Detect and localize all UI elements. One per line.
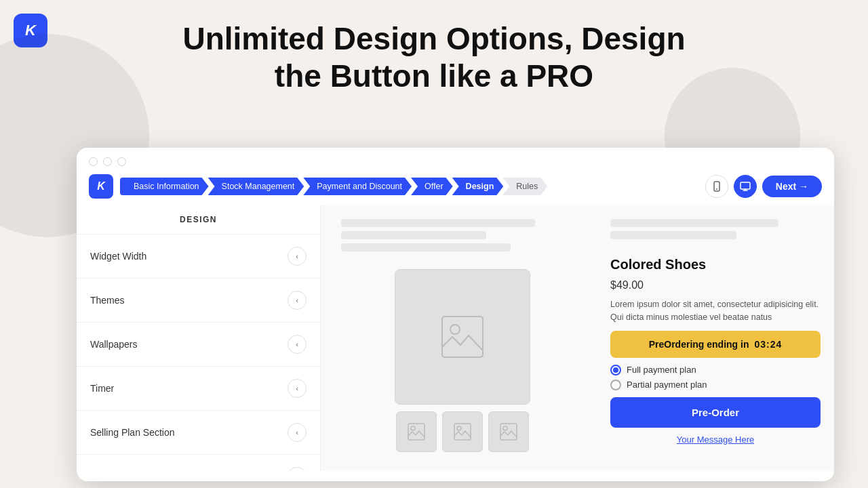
timer-label: PreOrdering ending in xyxy=(649,339,749,350)
left-panel: DESIGN Widget Width ‹ Themes ‹ Wallpaper… xyxy=(77,205,321,471)
content-area: DESIGN Widget Width ‹ Themes ‹ Wallpaper… xyxy=(77,205,834,471)
product-description: Lorem ipsum dolor sit amet, consectetur … xyxy=(610,298,821,324)
panel-item-wallpapers[interactable]: Wallpapers ‹ xyxy=(77,323,320,367)
nav-right-controls: Next → xyxy=(705,175,822,198)
next-button[interactable]: Next → xyxy=(762,176,822,197)
panel-item-timer[interactable]: Timer ‹ xyxy=(77,367,320,411)
skeleton-line-3 xyxy=(341,243,511,251)
product-price: $49.00 xyxy=(610,279,821,291)
wallpapers-chevron[interactable]: ‹ xyxy=(288,335,307,354)
thumbnail-3 xyxy=(488,411,529,452)
thumbnail-1 xyxy=(396,411,437,452)
svg-rect-9 xyxy=(500,424,517,440)
partial-payment-radio[interactable] xyxy=(610,380,621,390)
themes-chevron[interactable]: ‹ xyxy=(288,291,307,310)
panel-item-selling-plan[interactable]: Selling Plan Section ‹ xyxy=(77,411,320,455)
skeleton-line-1 xyxy=(341,219,535,227)
your-message-link[interactable]: Your Message Here xyxy=(610,434,821,445)
dot-minimize xyxy=(103,157,112,166)
nav-logo: K xyxy=(89,174,113,199)
preorder-timer-bar: PreOrdering ending in 03:24 xyxy=(610,331,821,358)
partial-payment-option[interactable]: Partial payment plan xyxy=(610,380,821,390)
thumb-placeholder-3 xyxy=(499,422,518,441)
window-dots xyxy=(89,157,822,166)
headline-line1: Unlimited Design Options, Design xyxy=(182,21,685,56)
skeleton-detail-2 xyxy=(610,231,736,239)
step-rules[interactable]: Rules xyxy=(502,178,547,195)
ui-window: K Basic Information Stock Management Pay… xyxy=(77,148,834,481)
step-design[interactable]: Design xyxy=(452,178,504,195)
headline: Unlimited Design Options, Design the But… xyxy=(0,20,868,95)
thumb-placeholder-2 xyxy=(453,422,472,441)
timer-chevron[interactable]: ‹ xyxy=(288,379,307,398)
desktop-view-button[interactable] xyxy=(734,175,757,198)
main-section-chevron[interactable]: ‹ xyxy=(288,467,307,471)
steps-nav: Basic Information Stock Management Payme… xyxy=(120,178,698,195)
svg-point-6 xyxy=(411,426,415,430)
widget-width-chevron[interactable]: ‹ xyxy=(288,247,307,266)
product-detail-column: Colored Shoes $49.00 Lorem ipsum dolor s… xyxy=(604,205,834,471)
svg-point-1 xyxy=(716,188,717,190)
skeleton-group xyxy=(610,219,821,243)
skeleton-line-2 xyxy=(341,231,486,239)
svg-rect-3 xyxy=(442,317,483,357)
mobile-view-button[interactable] xyxy=(705,175,728,198)
panel-item-themes[interactable]: Themes ‹ xyxy=(77,279,320,323)
payment-options: Full payment plan Partial payment plan xyxy=(610,365,821,390)
panel-item-main-section[interactable]: Main Section ‹ xyxy=(77,455,320,471)
preview-area: Colored Shoes $49.00 Lorem ipsum dolor s… xyxy=(321,205,834,471)
step-offer[interactable]: Offer xyxy=(411,178,453,195)
timer-value: 03:24 xyxy=(754,339,782,350)
full-payment-radio[interactable] xyxy=(610,365,621,375)
main-product-image xyxy=(395,269,530,405)
product-thumbnails xyxy=(396,411,529,452)
dot-expand xyxy=(117,157,126,166)
preorder-button[interactable]: Pre-Order xyxy=(610,397,821,428)
thumb-placeholder-1 xyxy=(407,422,426,441)
step-stock-management[interactable]: Stock Management xyxy=(208,178,304,195)
svg-rect-5 xyxy=(408,424,425,440)
full-payment-option[interactable]: Full payment plan xyxy=(610,365,821,375)
skeleton-detail-1 xyxy=(610,219,778,227)
svg-rect-7 xyxy=(454,424,471,440)
svg-point-10 xyxy=(503,426,507,430)
product-placeholder-icon xyxy=(439,313,486,361)
product-name: Colored Shoes xyxy=(610,257,821,272)
navbar: K Basic Information Stock Management Pay… xyxy=(77,174,834,205)
panel-item-widget-width[interactable]: Widget Width ‹ xyxy=(77,235,320,279)
headline-line2: the Button like a PRO xyxy=(275,58,593,94)
step-basic-information[interactable]: Basic Information xyxy=(120,178,209,195)
svg-point-8 xyxy=(457,426,461,430)
product-images-column xyxy=(321,205,604,471)
svg-rect-2 xyxy=(741,182,750,189)
svg-point-4 xyxy=(450,325,460,334)
selling-plan-chevron[interactable]: ‹ xyxy=(288,423,307,442)
window-chrome xyxy=(77,148,834,166)
step-payment-discount[interactable]: Payment and Discount xyxy=(303,178,412,195)
panel-header: DESIGN xyxy=(77,205,320,235)
dot-close xyxy=(89,157,98,166)
thumbnail-2 xyxy=(442,411,483,452)
